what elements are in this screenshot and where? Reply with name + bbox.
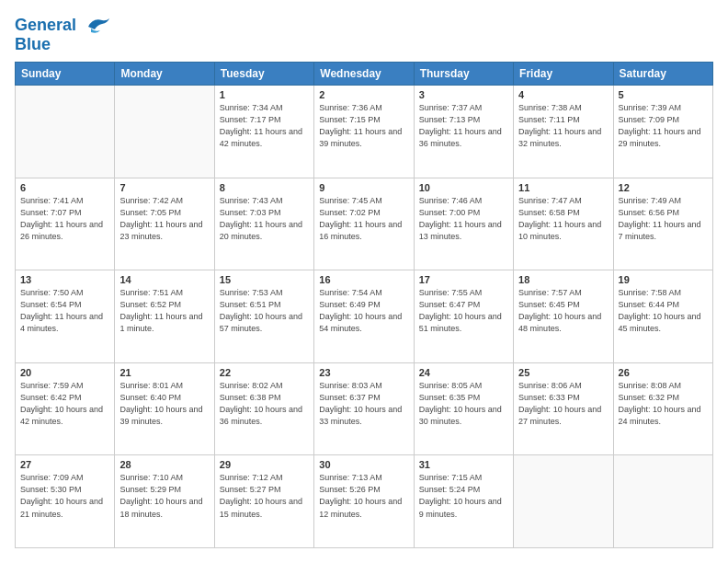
day-number: 28 [119,459,209,470]
calendar-day-cell: 6Sunrise: 7:41 AM Sunset: 7:07 PM Daylig… [16,178,115,270]
day-detail: Sunrise: 7:57 AM Sunset: 6:45 PM Dayligh… [518,287,608,335]
day-detail: Sunrise: 7:39 AM Sunset: 7:09 PM Dayligh… [619,102,708,150]
day-number: 20 [20,367,109,378]
day-detail: Sunrise: 7:13 AM Sunset: 5:26 PM Dayligh… [319,472,408,520]
day-number: 13 [20,274,109,285]
calendar-day-cell: 24Sunrise: 8:05 AM Sunset: 6:35 PM Dayli… [414,362,513,455]
day-detail: Sunrise: 7:55 AM Sunset: 6:47 PM Dayligh… [419,287,508,335]
calendar-table: SundayMondayTuesdayWednesdayThursdayFrid… [15,62,713,548]
calendar-day-cell: 8Sunrise: 7:43 AM Sunset: 7:03 PM Daylig… [214,178,313,270]
calendar-week-row: 6Sunrise: 7:41 AM Sunset: 7:07 PM Daylig… [16,178,713,270]
day-detail: Sunrise: 7:51 AM Sunset: 6:52 PM Dayligh… [119,287,209,335]
day-number: 9 [319,182,408,193]
logo: General Blue [15,15,111,54]
day-detail: Sunrise: 7:58 AM Sunset: 6:44 PM Dayligh… [619,287,708,335]
calendar-day-cell: 19Sunrise: 7:58 AM Sunset: 6:44 PM Dayli… [613,270,712,363]
day-number: 1 [220,89,309,100]
day-number: 31 [419,459,508,470]
day-number: 6 [20,182,109,193]
day-detail: Sunrise: 7:53 AM Sunset: 6:51 PM Dayligh… [220,287,309,335]
day-number: 10 [419,182,508,193]
day-detail: Sunrise: 7:09 AM Sunset: 5:30 PM Dayligh… [20,472,109,520]
calendar-day-cell: 25Sunrise: 8:06 AM Sunset: 6:33 PM Dayli… [514,362,613,455]
day-number: 16 [319,274,408,285]
calendar-day-cell: 1Sunrise: 7:34 AM Sunset: 7:17 PM Daylig… [214,86,313,178]
day-number: 25 [518,367,608,378]
calendar-day-cell: 18Sunrise: 7:57 AM Sunset: 6:45 PM Dayli… [514,270,613,363]
calendar-day-cell: 13Sunrise: 7:50 AM Sunset: 6:54 PM Dayli… [16,270,115,363]
calendar-day-cell: 21Sunrise: 8:01 AM Sunset: 6:40 PM Dayli… [115,362,214,455]
calendar-day-cell: 28Sunrise: 7:10 AM Sunset: 5:29 PM Dayli… [115,455,214,548]
calendar-day-cell: 23Sunrise: 8:03 AM Sunset: 6:37 PM Dayli… [314,362,414,455]
logo-blue: Blue [15,35,111,54]
day-detail: Sunrise: 7:42 AM Sunset: 7:05 PM Dayligh… [119,195,209,243]
day-number: 14 [119,274,209,285]
calendar-day-cell: 7Sunrise: 7:42 AM Sunset: 7:05 PM Daylig… [115,178,214,270]
day-number: 4 [518,89,608,100]
day-number: 3 [419,89,508,100]
calendar-day-cell: 16Sunrise: 7:54 AM Sunset: 6:49 PM Dayli… [314,270,414,363]
day-number: 26 [619,367,708,378]
calendar-empty-cell [514,455,613,548]
day-number: 30 [319,459,408,470]
day-number: 8 [220,182,309,193]
calendar-day-cell: 26Sunrise: 8:08 AM Sunset: 6:32 PM Dayli… [613,362,712,455]
calendar-day-cell: 29Sunrise: 7:12 AM Sunset: 5:27 PM Dayli… [214,455,313,548]
calendar-day-cell: 14Sunrise: 7:51 AM Sunset: 6:52 PM Dayli… [115,270,214,363]
calendar-day-cell: 12Sunrise: 7:49 AM Sunset: 6:56 PM Dayli… [613,178,712,270]
logo-text: General [15,15,111,37]
day-number: 12 [619,182,708,193]
day-detail: Sunrise: 8:05 AM Sunset: 6:35 PM Dayligh… [419,380,508,428]
day-detail: Sunrise: 7:46 AM Sunset: 7:00 PM Dayligh… [419,195,508,243]
day-detail: Sunrise: 7:54 AM Sunset: 6:49 PM Dayligh… [319,287,408,335]
day-detail: Sunrise: 8:03 AM Sunset: 6:37 PM Dayligh… [319,380,408,428]
calendar-day-cell: 4Sunrise: 7:38 AM Sunset: 7:11 PM Daylig… [514,86,613,178]
day-detail: Sunrise: 7:36 AM Sunset: 7:15 PM Dayligh… [319,102,408,150]
day-number: 23 [319,367,408,378]
day-number: 5 [619,89,708,100]
calendar-day-cell: 20Sunrise: 7:59 AM Sunset: 6:42 PM Dayli… [16,362,115,455]
calendar-week-row: 27Sunrise: 7:09 AM Sunset: 5:30 PM Dayli… [16,455,713,548]
day-detail: Sunrise: 8:08 AM Sunset: 6:32 PM Dayligh… [619,380,708,428]
calendar-empty-cell [16,86,115,178]
calendar-week-row: 1Sunrise: 7:34 AM Sunset: 7:17 PM Daylig… [16,86,713,178]
day-detail: Sunrise: 7:43 AM Sunset: 7:03 PM Dayligh… [220,195,309,243]
calendar-day-cell: 30Sunrise: 7:13 AM Sunset: 5:26 PM Dayli… [314,455,414,548]
calendar-day-header: Saturday [613,63,712,86]
day-number: 2 [319,89,408,100]
calendar-day-cell: 2Sunrise: 7:36 AM Sunset: 7:15 PM Daylig… [314,86,414,178]
calendar-day-cell: 15Sunrise: 7:53 AM Sunset: 6:51 PM Dayli… [214,270,313,363]
day-detail: Sunrise: 7:59 AM Sunset: 6:42 PM Dayligh… [20,380,109,428]
day-detail: Sunrise: 8:06 AM Sunset: 6:33 PM Dayligh… [518,380,608,428]
day-number: 18 [518,274,608,285]
calendar-day-cell: 10Sunrise: 7:46 AM Sunset: 7:00 PM Dayli… [414,178,513,270]
day-detail: Sunrise: 7:10 AM Sunset: 5:29 PM Dayligh… [119,472,209,520]
day-number: 29 [220,459,309,470]
calendar-week-row: 13Sunrise: 7:50 AM Sunset: 6:54 PM Dayli… [16,270,713,363]
calendar-day-header: Wednesday [314,63,414,86]
calendar-day-cell: 17Sunrise: 7:55 AM Sunset: 6:47 PM Dayli… [414,270,513,363]
page-header: General Blue [15,15,713,54]
calendar-header-row: SundayMondayTuesdayWednesdayThursdayFrid… [16,63,713,86]
day-number: 17 [419,274,508,285]
day-detail: Sunrise: 8:02 AM Sunset: 6:38 PM Dayligh… [220,380,309,428]
logo-bird-icon [84,15,111,37]
day-detail: Sunrise: 7:49 AM Sunset: 6:56 PM Dayligh… [619,195,708,243]
calendar-day-cell: 31Sunrise: 7:15 AM Sunset: 5:24 PM Dayli… [414,455,513,548]
day-detail: Sunrise: 8:01 AM Sunset: 6:40 PM Dayligh… [119,380,209,428]
day-number: 22 [220,367,309,378]
day-number: 7 [119,182,209,193]
day-detail: Sunrise: 7:15 AM Sunset: 5:24 PM Dayligh… [419,472,508,520]
day-detail: Sunrise: 7:50 AM Sunset: 6:54 PM Dayligh… [20,287,109,335]
calendar-day-cell: 11Sunrise: 7:47 AM Sunset: 6:58 PM Dayli… [514,178,613,270]
day-detail: Sunrise: 7:38 AM Sunset: 7:11 PM Dayligh… [518,102,608,150]
day-detail: Sunrise: 7:12 AM Sunset: 5:27 PM Dayligh… [220,472,309,520]
day-detail: Sunrise: 7:45 AM Sunset: 7:02 PM Dayligh… [319,195,408,243]
day-number: 15 [220,274,309,285]
day-detail: Sunrise: 7:37 AM Sunset: 7:13 PM Dayligh… [419,102,508,150]
calendar-week-row: 20Sunrise: 7:59 AM Sunset: 6:42 PM Dayli… [16,362,713,455]
day-detail: Sunrise: 7:47 AM Sunset: 6:58 PM Dayligh… [518,195,608,243]
calendar-day-header: Friday [514,63,613,86]
day-detail: Sunrise: 7:41 AM Sunset: 7:07 PM Dayligh… [20,195,109,243]
day-detail: Sunrise: 7:34 AM Sunset: 7:17 PM Dayligh… [220,102,309,150]
